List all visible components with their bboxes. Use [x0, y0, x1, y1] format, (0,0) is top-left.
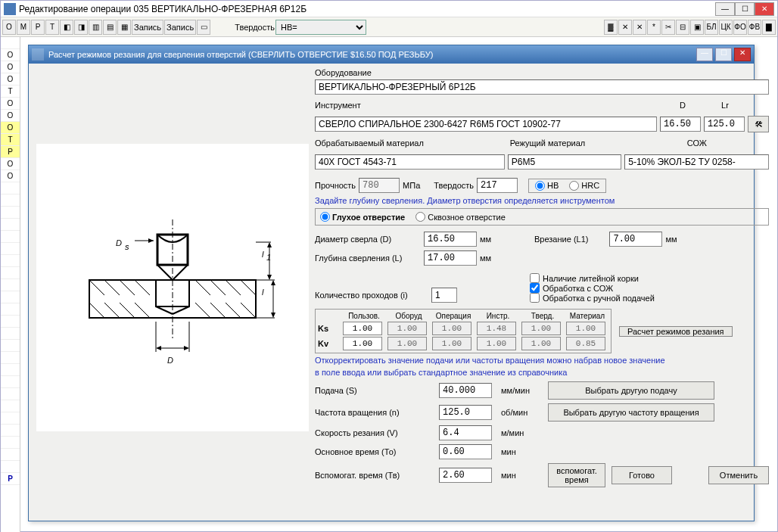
calculate-button[interactable]: Расчет режимов резания — [619, 326, 733, 337]
gutter-cell[interactable] — [1, 461, 20, 473]
dialog-close-button[interactable]: ✕ — [734, 48, 751, 61]
svg-line-15 — [226, 303, 241, 318]
gutter-cell[interactable] — [1, 291, 20, 303]
feed-field[interactable]: 40.000 — [439, 383, 492, 398]
gutter-cell[interactable] — [1, 255, 20, 267]
passes-field[interactable]: 1 — [431, 288, 457, 303]
cancel-button[interactable]: Отменить — [708, 466, 769, 484]
tool-color-icon[interactable]: ▇ — [762, 20, 776, 35]
rpm-field[interactable]: 125.0 — [439, 405, 492, 420]
tool-picker-button[interactable]: 🛠 — [748, 116, 769, 132]
tool-ruler-icon[interactable]: ⊟ — [676, 20, 689, 35]
coolant-checkbox[interactable]: Обработка с СОЖ — [530, 283, 769, 293]
dialog-maximize-button[interactable]: ☐ — [715, 48, 732, 61]
tool-o[interactable]: О — [2, 20, 16, 35]
tool-generic-icon[interactable]: ▥ — [89, 20, 102, 35]
tool-generic-icon[interactable]: ◨ — [74, 20, 88, 35]
tool-fo[interactable]: ФО — [733, 20, 747, 35]
zapis2-button[interactable]: Запись — [164, 20, 196, 35]
gutter-cell[interactable]: Т — [1, 86, 20, 98]
depth-field[interactable]: 17.00 — [424, 250, 477, 266]
done-button[interactable]: Готово — [612, 466, 672, 484]
gutter-cell[interactable] — [1, 449, 20, 461]
kv-user[interactable] — [343, 337, 382, 350]
delete-icon[interactable]: ✕ — [618, 20, 632, 35]
gutter-cell[interactable] — [1, 437, 20, 449]
min-unit: мин — [501, 447, 545, 456]
tool-bl[interactable]: БЛ — [705, 20, 718, 35]
manual-feed-checkbox[interactable]: Обработка с ручной подачей — [530, 293, 769, 303]
maximize-button[interactable]: ☐ — [735, 2, 755, 16]
tool-m[interactable]: М — [17, 20, 30, 35]
gutter-cell[interactable] — [1, 376, 20, 388]
gutter-cell[interactable]: О — [1, 73, 20, 86]
gutter-cell[interactable] — [1, 400, 20, 412]
gutter-cell[interactable]: О — [1, 110, 20, 122]
gutter-cell[interactable] — [1, 37, 20, 49]
gutter-cell[interactable] — [1, 412, 20, 425]
gutter-cell[interactable]: Т — [1, 134, 20, 146]
gutter-cell[interactable] — [1, 328, 20, 340]
tv-field[interactable]: 2.60 — [439, 468, 492, 483]
choose-feed-button[interactable]: Выбрать другую подачу — [548, 381, 714, 400]
gutter-cell[interactable]: О — [1, 158, 20, 170]
hardness-dropdown[interactable]: HB= — [275, 20, 366, 35]
close-button[interactable]: ✕ — [755, 2, 774, 16]
d-field[interactable]: 16.50 — [660, 117, 701, 132]
gutter-cell[interactable] — [1, 364, 20, 376]
gutter-cell[interactable] — [1, 182, 20, 194]
tool-scissors-icon[interactable]: ✂ — [661, 20, 675, 35]
gutter-cell[interactable] — [1, 425, 20, 437]
tool-star-icon[interactable]: * — [647, 20, 661, 35]
hb-radio[interactable]: HB — [535, 181, 559, 191]
gutter-cell[interactable]: P — [1, 473, 20, 485]
equipment-field: ВЕРТИКАЛЬНО-ФРЕЗЕРНЫЙ 6Р12Б — [315, 79, 769, 95]
gutter-cell[interactable]: О — [1, 98, 20, 110]
tool-fv[interactable]: ФВ — [748, 20, 761, 35]
gutter-cell[interactable] — [1, 267, 20, 279]
lr-field[interactable]: 125.0 — [704, 117, 745, 132]
zapis1-button[interactable]: Запись — [132, 20, 163, 35]
gutter-cell[interactable] — [1, 231, 20, 243]
gutter-cell[interactable] — [1, 207, 20, 219]
choose-rpm-button[interactable]: Выбрать другую частоту вращения — [548, 403, 714, 422]
gutter-cell[interactable] — [1, 243, 20, 255]
gutter-cell[interactable]: О — [1, 49, 20, 61]
tool-book-icon[interactable]: ▣ — [690, 20, 704, 35]
tool-r[interactable]: Р — [31, 20, 45, 35]
tool-ck[interactable]: ЦК — [719, 20, 733, 35]
gutter-cell[interactable] — [1, 388, 20, 400]
gutter-cell[interactable] — [1, 219, 20, 231]
tool-t[interactable]: Т — [45, 20, 59, 35]
entry-field[interactable]: 7.00 — [609, 232, 662, 247]
gutter-cell[interactable] — [1, 279, 20, 291]
tool-generic-icon[interactable]: ▦ — [117, 20, 131, 35]
diameter-field[interactable]: 16.50 — [424, 232, 477, 247]
minimize-button[interactable]: — — [715, 2, 735, 16]
workmat-label: Обрабатываемый материал — [315, 138, 507, 148]
gutter-cell[interactable] — [1, 340, 20, 352]
gutter-cell[interactable]: О — [1, 170, 20, 182]
gutter-cell[interactable] — [1, 303, 20, 316]
aux-time-button[interactable]: вспомогат. время — [548, 463, 605, 487]
tool-generic-icon[interactable]: ▓ — [604, 20, 618, 35]
hrc-radio[interactable]: HRC — [569, 181, 599, 191]
gutter-cell[interactable]: Р — [1, 146, 20, 158]
dialog-minimize-button[interactable]: — — [696, 48, 713, 61]
gutter-cell[interactable]: О — [1, 122, 20, 134]
gutter-cell[interactable] — [1, 316, 20, 328]
through-hole-radio[interactable]: Сквозное отверстие — [415, 212, 506, 222]
hardness2-field[interactable]: 217 — [477, 178, 518, 193]
mm-unit: мм — [480, 235, 513, 244]
gutter-cell[interactable] — [1, 352, 20, 364]
blind-hole-radio[interactable]: Глухое отверстие — [320, 212, 405, 222]
gutter-cell[interactable] — [1, 194, 20, 207]
tool-generic-icon[interactable]: ▤ — [103, 20, 117, 35]
delete-icon[interactable]: ✕ — [633, 20, 646, 35]
ks-user[interactable] — [343, 322, 382, 335]
t0-label: Основное время (То) — [315, 447, 436, 456]
cast-crust-checkbox[interactable]: Наличие литейной корки — [530, 273, 769, 283]
gutter-cell[interactable]: О — [1, 61, 20, 73]
tool-generic-icon[interactable]: ◧ — [60, 20, 73, 35]
tool-generic-icon[interactable]: ▭ — [197, 20, 210, 35]
